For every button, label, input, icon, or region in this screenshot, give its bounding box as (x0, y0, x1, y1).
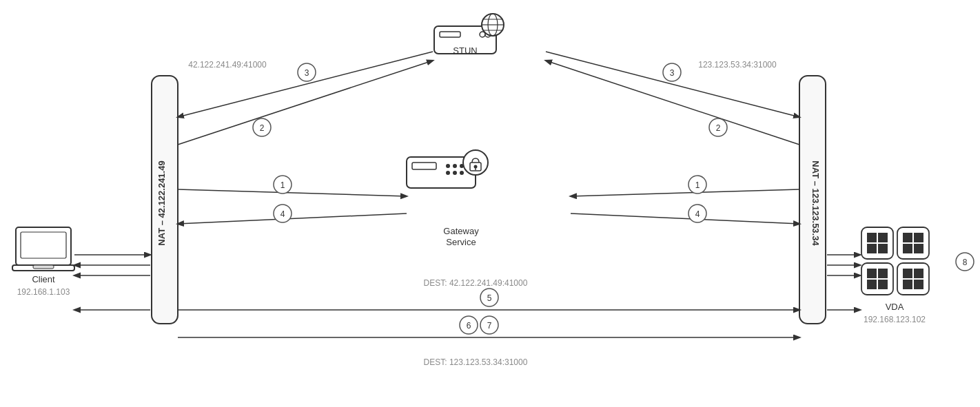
svg-point-17 (453, 171, 457, 175)
svg-text:192.168.1.103: 192.168.1.103 (17, 287, 70, 297)
svg-text:3: 3 (670, 68, 675, 78)
svg-rect-32 (897, 227, 929, 259)
svg-rect-35 (903, 244, 912, 253)
svg-point-18 (460, 171, 464, 175)
svg-text:4: 4 (280, 209, 285, 219)
svg-text:Client: Client (32, 274, 55, 284)
svg-rect-31 (878, 244, 888, 253)
svg-rect-45 (903, 280, 912, 289)
svg-text:42.122.241.49:41000: 42.122.241.49:41000 (188, 60, 267, 70)
svg-text:1: 1 (695, 180, 700, 190)
svg-line-48 (571, 189, 799, 196)
svg-point-16 (446, 171, 450, 175)
svg-text:192.168.123.102: 192.168.123.102 (864, 315, 926, 324)
svg-line-47 (178, 189, 407, 196)
svg-point-13 (446, 164, 450, 168)
svg-text:NAT – 42.122.241.49: NAT – 42.122.241.49 (156, 160, 167, 245)
svg-rect-36 (914, 244, 923, 253)
svg-point-21 (474, 165, 478, 169)
svg-text:NAT – 123.123.53.34: NAT – 123.123.53.34 (810, 160, 821, 246)
svg-rect-24 (21, 232, 66, 258)
svg-rect-40 (867, 280, 877, 289)
svg-text:2: 2 (260, 123, 265, 133)
svg-text:4: 4 (695, 209, 700, 219)
svg-text:8: 8 (963, 258, 968, 267)
svg-text:6: 6 (467, 321, 471, 331)
svg-rect-44 (914, 269, 923, 278)
svg-rect-28 (867, 233, 877, 242)
svg-rect-42 (897, 263, 929, 295)
svg-line-54 (571, 213, 799, 224)
svg-rect-26 (33, 265, 54, 269)
svg-text:2: 2 (716, 123, 721, 133)
svg-line-53 (178, 213, 407, 224)
svg-rect-41 (878, 280, 888, 289)
svg-rect-39 (878, 269, 888, 278)
svg-rect-12 (412, 163, 436, 169)
svg-text:5: 5 (487, 293, 492, 303)
svg-text:DEST: 123.123.53.34:31000: DEST: 123.123.53.34:31000 (424, 357, 528, 367)
svg-rect-46 (914, 280, 923, 289)
svg-rect-30 (867, 244, 877, 253)
svg-text:7: 7 (487, 321, 492, 331)
svg-rect-34 (914, 233, 923, 242)
svg-rect-29 (878, 233, 888, 242)
svg-text:Service: Service (446, 237, 476, 247)
svg-rect-33 (903, 233, 912, 242)
svg-text:3: 3 (305, 68, 309, 78)
svg-rect-38 (867, 269, 877, 278)
svg-rect-37 (861, 263, 893, 295)
svg-point-14 (453, 164, 457, 168)
svg-text:STUN: STUN (453, 45, 477, 56)
diagram: 3 3 2 2 1 1 4 4 5 6 7 8 42.122 (0, 0, 980, 407)
svg-text:DEST: 42.122.241.49:41000: DEST: 42.122.241.49:41000 (424, 278, 528, 288)
svg-text:1: 1 (280, 180, 285, 190)
svg-text:Gateway: Gateway (443, 226, 479, 236)
main-svg: 3 3 2 2 1 1 4 4 5 6 7 8 42.122 (0, 0, 980, 407)
svg-text:VDA: VDA (886, 302, 904, 312)
svg-rect-43 (903, 269, 912, 278)
svg-text:123.123.53.34:31000: 123.123.53.34:31000 (698, 60, 777, 70)
svg-rect-3 (440, 32, 460, 37)
svg-rect-27 (861, 227, 893, 259)
